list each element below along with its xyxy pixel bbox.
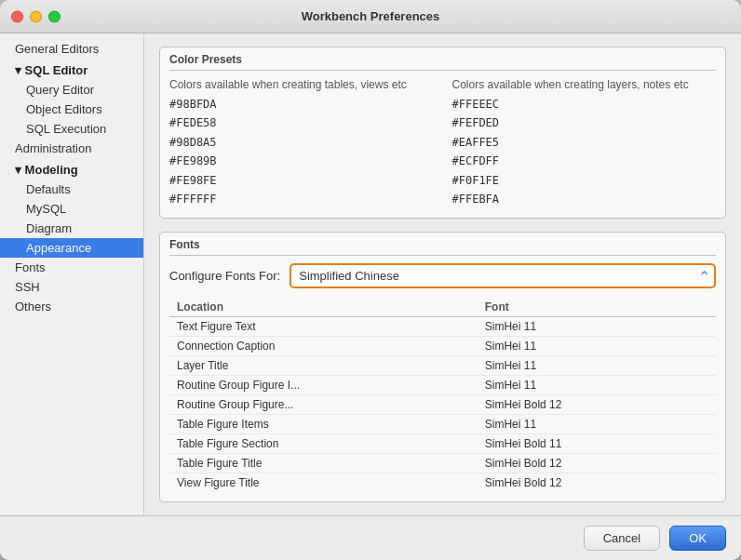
sidebar-item-ssh[interactable]: SSH: [0, 277, 143, 297]
sidebar-item-fonts[interactable]: Fonts: [0, 258, 143, 277]
sidebar-item-query-editor[interactable]: Query Editor: [0, 80, 143, 100]
font-extra: [682, 473, 716, 493]
font-extra: [682, 356, 716, 376]
font-value: SimHei Bold 11: [478, 434, 683, 454]
sidebar-item-administration[interactable]: Administration: [0, 139, 143, 158]
main-content: General Editors ▾ SQL Editor Query Edito…: [0, 33, 741, 515]
font-location: Layer Title: [169, 356, 478, 376]
color-item: #F0F1FE: [452, 171, 717, 190]
sidebar: General Editors ▾ SQL Editor Query Edito…: [0, 33, 144, 515]
font-location: View Figure Title: [169, 473, 478, 493]
table-row: Text Figure Text SimHei 11: [169, 317, 716, 337]
font-value: SimHei 11: [478, 376, 683, 395]
col-header-location: Location: [169, 298, 478, 317]
configure-fonts-label: Configure Fonts For:: [169, 269, 280, 283]
font-value: SimHei Bold 12: [478, 454, 683, 473]
window-title: Workbench Preferences: [302, 9, 440, 23]
sidebar-item-modeling[interactable]: ▾ Modeling: [0, 158, 143, 180]
color-item: #ECFDFF: [452, 152, 717, 170]
sidebar-item-appearance[interactable]: Appearance: [0, 238, 143, 258]
font-value: SimHei 11: [478, 337, 683, 356]
font-extra: [682, 395, 716, 415]
fonts-section-content: Configure Fonts For: Simplified Chinese …: [160, 263, 725, 501]
color-item: #98BFDA: [169, 95, 434, 113]
minimize-button[interactable]: [30, 10, 42, 22]
color-item: #FFEBFA: [452, 190, 717, 208]
font-extra: [682, 434, 716, 454]
font-value: SimHei 11: [478, 356, 683, 376]
panel: Color Presets Colors available when crea…: [144, 33, 741, 515]
left-col-title: Colors available when creating tables, v…: [169, 78, 434, 91]
font-location: Table Figure Items: [169, 415, 478, 434]
color-item: #FE98FE: [169, 171, 434, 190]
table-row: Routine Group Figure... SimHei Bold 12: [169, 395, 716, 415]
configure-fonts-select[interactable]: Simplified Chinese Western Japanese Kore…: [290, 263, 716, 288]
table-row: Layer Title SimHei 11: [169, 356, 716, 376]
color-presets-grid: Colors available when creating tables, v…: [169, 78, 716, 208]
color-item: #FE989B: [169, 152, 434, 170]
font-location: Table Figure Section: [169, 434, 478, 454]
color-presets-content: Colors available when creating tables, v…: [160, 78, 725, 218]
cancel-button[interactable]: Cancel: [584, 526, 660, 551]
divider: [169, 70, 716, 71]
window-buttons: [11, 10, 61, 22]
font-location: Text Figure Text: [169, 317, 478, 337]
left-color-column: Colors available when creating tables, v…: [169, 78, 434, 208]
font-extra: [682, 454, 716, 473]
table-row: Table Figure Items SimHei 11: [169, 415, 716, 434]
fonts-section-label: Fonts: [160, 233, 725, 255]
font-extra: [682, 317, 716, 337]
font-location: Routine Group Figure I...: [169, 376, 478, 395]
sidebar-item-general-editors[interactable]: General Editors: [0, 39, 143, 59]
titlebar: Workbench Preferences: [0, 0, 741, 33]
color-item: #FFEEEC: [452, 95, 717, 113]
sidebar-item-sql-execution[interactable]: SQL Execution: [0, 119, 143, 139]
font-value: SimHei Bold 12: [478, 395, 683, 415]
color-presets-section: Color Presets Colors available when crea…: [159, 47, 726, 219]
fonts-configure-row: Configure Fonts For: Simplified Chinese …: [169, 263, 716, 288]
color-item: #FFFFFF: [169, 190, 434, 208]
color-item: #FEFDED: [452, 113, 717, 132]
maximize-button[interactable]: [48, 10, 61, 22]
sidebar-item-object-editors[interactable]: Object Editors: [0, 100, 143, 119]
color-item: #FEDE58: [169, 113, 434, 132]
sidebar-item-mysql[interactable]: MySQL: [0, 199, 143, 219]
font-value: SimHei Bold 12: [478, 473, 683, 493]
font-extra: [682, 376, 716, 395]
ok-button[interactable]: OK: [669, 526, 726, 551]
sidebar-item-defaults[interactable]: Defaults: [0, 180, 143, 199]
col-header-font: Font: [478, 298, 683, 317]
font-table: Location Font Text Figure Text SimHei 11: [169, 298, 716, 492]
color-presets-label: Color Presets: [160, 47, 725, 70]
col-header-empty: [682, 298, 716, 317]
font-location: Table Figure Title: [169, 454, 478, 473]
font-value: SimHei 11: [478, 415, 683, 434]
sidebar-item-others[interactable]: Others: [0, 297, 143, 316]
table-row: Routine Group Figure I... SimHei 11: [169, 376, 716, 395]
sidebar-item-diagram[interactable]: Diagram: [0, 219, 143, 238]
font-extra: [682, 415, 716, 434]
table-row: Table Figure Section SimHei Bold 11: [169, 434, 716, 454]
fonts-section: Fonts Configure Fonts For: Simplified Ch…: [159, 232, 726, 502]
table-row: View Figure Title SimHei Bold 12: [169, 473, 716, 493]
font-location: Routine Group Figure...: [169, 395, 478, 415]
table-row: Table Figure Title SimHei Bold 12: [169, 454, 716, 473]
sidebar-item-sql-editor[interactable]: ▾ SQL Editor: [0, 59, 143, 80]
fonts-select-wrapper: Simplified Chinese Western Japanese Kore…: [290, 263, 716, 288]
right-color-column: Colors available when creating layers, n…: [452, 78, 717, 208]
color-item: #98D8A5: [169, 133, 434, 152]
font-extra: [682, 337, 716, 356]
bottom-bar: Cancel OK: [0, 515, 741, 560]
close-button[interactable]: [11, 10, 23, 22]
font-value: SimHei 11: [478, 317, 683, 337]
right-col-title: Colors available when creating layers, n…: [452, 78, 717, 91]
color-item: #EAFFE5: [452, 133, 717, 152]
font-location: Connection Caption: [169, 337, 478, 356]
table-row: Connection Caption SimHei 11: [169, 337, 716, 356]
window: Workbench Preferences General Editors ▾ …: [0, 0, 741, 560]
divider: [169, 255, 716, 256]
